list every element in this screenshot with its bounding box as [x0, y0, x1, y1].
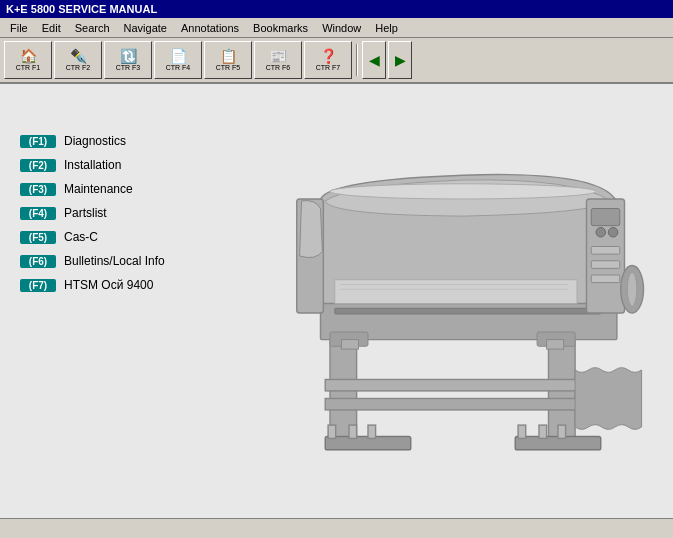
menu-edit[interactable]: Edit [36, 20, 67, 36]
svg-rect-24 [335, 280, 577, 304]
news-icon: 📰 [270, 49, 287, 63]
f6-label: Bulletins/Local Info [64, 254, 165, 268]
toolbar-btn-f6[interactable]: 📰 CTR F6 [254, 41, 302, 79]
edit-icon: ✒️ [70, 49, 87, 63]
svg-rect-13 [335, 308, 601, 314]
toolbar-btn-f2[interactable]: ✒️ CTR F2 [54, 41, 102, 79]
f3-label: Maintenance [64, 182, 133, 196]
toolbar-btn-f5[interactable]: 📋 CTR F5 [204, 41, 252, 79]
forward-arrow-icon: ▶ [395, 52, 406, 68]
svg-rect-15 [591, 209, 620, 226]
svg-rect-18 [591, 247, 620, 255]
menu-bookmarks[interactable]: Bookmarks [247, 20, 314, 36]
f2-label: Installation [64, 158, 121, 172]
help-icon: ❓ [320, 49, 337, 63]
menu-item-f4: (F4) Partslist [20, 206, 165, 220]
plotter-svg [273, 104, 653, 484]
svg-point-17 [608, 228, 618, 238]
toolbar: 🏠 CTR F1 ✒️ CTR F2 🔃 CTR F3 📄 CTR F4 📋 C… [0, 38, 673, 84]
home-icon: 🏠 [20, 49, 37, 63]
menu-bar: File Edit Search Navigate Annotations Bo… [0, 18, 673, 38]
menu-window[interactable]: Window [316, 20, 367, 36]
status-bar [0, 518, 673, 538]
left-panel: (F1) Diagnostics (F2) Installation (F3) … [20, 134, 165, 498]
svg-rect-11 [325, 399, 601, 410]
menu-navigate[interactable]: Navigate [118, 20, 173, 36]
toolbar-btn-f1[interactable]: 🏠 CTR F1 [4, 41, 52, 79]
menu-item-f3: (F3) Maintenance [20, 182, 165, 196]
svg-rect-30 [341, 340, 358, 350]
f5-badge[interactable]: (F5) [20, 231, 56, 244]
main-content: (F1) Diagnostics (F2) Installation (F3) … [0, 84, 673, 518]
menu-item-f2: (F2) Installation [20, 158, 165, 172]
plotter-image [273, 104, 653, 484]
title-text: K+E 5800 SERVICE MANUAL [6, 3, 157, 15]
toolbar-btn-f7[interactable]: ❓ CTR F7 [304, 41, 352, 79]
svg-point-25 [330, 184, 596, 199]
menu-item-f6: (F6) Bulletins/Local Info [20, 254, 165, 268]
svg-rect-2 [328, 425, 336, 438]
menu-file[interactable]: File [4, 20, 34, 36]
menu-search[interactable]: Search [69, 20, 116, 36]
f7-label: HTSM Осй 9400 [64, 278, 153, 292]
back-arrow-icon: ◀ [369, 52, 380, 68]
f4-badge[interactable]: (F4) [20, 207, 56, 220]
menu-item-f5: (F5) Cas-C [20, 230, 165, 244]
menu-item-f7: (F7) HTSM Осй 9400 [20, 278, 165, 292]
list-icon: 📋 [220, 49, 237, 63]
f3-badge[interactable]: (F3) [20, 183, 56, 196]
svg-rect-8 [539, 425, 547, 438]
svg-rect-9 [558, 425, 566, 438]
svg-rect-20 [591, 275, 620, 283]
f1-label: Diagnostics [64, 134, 126, 148]
menu-annotations[interactable]: Annotations [175, 20, 245, 36]
menu-help[interactable]: Help [369, 20, 404, 36]
svg-rect-10 [325, 380, 601, 391]
toolbar-separator [356, 44, 358, 76]
refresh-icon: 🔃 [120, 49, 137, 63]
document-icon: 📄 [170, 49, 187, 63]
nav-back-button[interactable]: ◀ [362, 41, 386, 79]
toolbar-btn-f4[interactable]: 📄 CTR F4 [154, 41, 202, 79]
f6-badge[interactable]: (F6) [20, 255, 56, 268]
svg-point-16 [596, 228, 606, 238]
nav-forward-button[interactable]: ▶ [388, 41, 412, 79]
svg-rect-7 [518, 425, 526, 438]
svg-rect-31 [547, 340, 564, 350]
toolbar-btn-f3[interactable]: 🔃 CTR F3 [104, 41, 152, 79]
f4-label: Partslist [64, 206, 107, 220]
f1-badge[interactable]: (F1) [20, 135, 56, 148]
f7-badge[interactable]: (F7) [20, 279, 56, 292]
title-bar: K+E 5800 SERVICE MANUAL [0, 0, 673, 18]
svg-rect-4 [368, 425, 376, 438]
svg-point-22 [627, 272, 637, 306]
f5-label: Cas-C [64, 230, 98, 244]
svg-rect-19 [591, 261, 620, 269]
menu-item-f1: (F1) Diagnostics [20, 134, 165, 148]
f2-badge[interactable]: (F2) [20, 159, 56, 172]
svg-rect-3 [349, 425, 357, 438]
